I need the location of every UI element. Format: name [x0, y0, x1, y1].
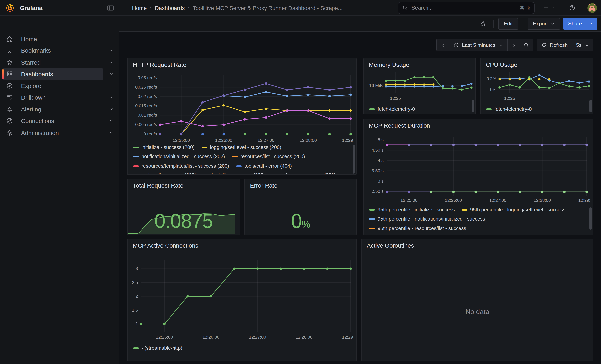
legend-item[interactable]: notifications/initialized - success (202…	[133, 154, 225, 159]
svg-text:0.015 req/s: 0.015 req/s	[135, 103, 157, 108]
legend-item[interactable]: tools/call - error (404)	[236, 163, 292, 169]
panel-title[interactable]: Error Rate	[250, 182, 277, 189]
legend-item[interactable]: fetch-telemetry-0	[369, 107, 415, 112]
sidebar-item-label: Drilldown	[21, 94, 46, 101]
sidebar-item-label: Dashboards	[21, 71, 53, 78]
chevron-down-icon[interactable]	[109, 48, 114, 53]
legend-label: fetch-telemetry-0	[378, 107, 415, 112]
legend-label: tools/call - success (200)	[141, 173, 196, 174]
legend-item[interactable]: 95th percentile - resources/list - succe…	[369, 226, 466, 231]
svg-text:2.5: 2.5	[132, 280, 138, 285]
panel-title[interactable]: CPU Usage	[486, 61, 517, 68]
sidebar-item-starred[interactable]: Starred	[0, 56, 119, 68]
svg-text:12:27:00: 12:27:00	[249, 334, 266, 340]
sidebar-item-dashboards[interactable]: Dashboards	[0, 68, 119, 80]
time-range-picker[interactable]: Last 5 minutes	[449, 39, 507, 51]
refresh-interval-picker[interactable]: 5s	[572, 39, 593, 51]
legend-row: tools/call - success (200)tools/list - s…	[133, 171, 349, 174]
chevron-down-icon[interactable]	[109, 71, 114, 77]
sidebar-item-label: Starred	[21, 59, 40, 66]
legend-scrollbar[interactable]	[352, 145, 355, 174]
edit-button[interactable]: Edit	[499, 18, 518, 30]
legend-item[interactable]: logging/setLevel - success (200)	[202, 145, 281, 150]
star-dashboard-button[interactable]	[478, 18, 489, 29]
legend-scrollbar[interactable]	[472, 100, 474, 112]
refresh-button[interactable]: Refresh	[537, 39, 571, 51]
legend-item[interactable]: tools/list - success (200)	[203, 173, 265, 174]
zoom-out-time-button[interactable]	[519, 39, 533, 51]
legend-item[interactable]: tools/call - success (200)	[133, 173, 196, 174]
sidebar-item-alerting[interactable]: Alerting	[0, 103, 119, 115]
panel-title[interactable]: Memory Usage	[369, 61, 409, 68]
help-button[interactable]	[566, 2, 578, 13]
time-shift-back-button[interactable]	[437, 39, 449, 51]
user-avatar[interactable]	[588, 3, 597, 12]
legend-item[interactable]: - (streamable-http)	[133, 345, 182, 351]
legend-item[interactable]: resources/list - success (200)	[232, 154, 305, 159]
top-bar: Grafana Home › Dashboards › ToolHive MCP…	[0, 0, 601, 16]
mcp-request-duration-chart[interactable]: 5 s4.50 s4 s3.50 s3 s2.50 s12:25:0012:26…	[367, 134, 590, 203]
connections-icon	[6, 118, 13, 125]
panel-http-request-rate: HTTP Request Rate 0 req/s0.005 req/s0.01…	[127, 58, 357, 175]
panel-title[interactable]: MCP Active Connections	[133, 242, 198, 249]
chevron-down-icon[interactable]	[109, 130, 114, 136]
legend-scrollbar[interactable]	[590, 100, 592, 112]
svg-text:12:26:00: 12:26:00	[445, 198, 462, 203]
divider	[581, 4, 581, 11]
legend-label: 95th percentile - notifications/initiali…	[378, 216, 485, 222]
legend-item[interactable]: resources/templates/list - success (200)	[133, 163, 229, 169]
chevron-down-icon[interactable]	[109, 95, 114, 100]
legend-item[interactable]: 95th percentile - logging/setLevel - suc…	[462, 207, 565, 213]
sidebar-item-home[interactable]: Home	[0, 33, 119, 45]
legend-item[interactable]: unknown - success (200)	[272, 173, 336, 174]
chevron-down-icon	[584, 42, 589, 47]
share-menu-button[interactable]	[587, 18, 597, 30]
svg-text:5 s: 5 s	[378, 137, 384, 142]
panel-title[interactable]: HTTP Request Rate	[133, 61, 186, 68]
chevron-down-icon[interactable]	[109, 118, 114, 124]
legend-item[interactable]: 95th percentile - initialize - success	[369, 207, 455, 213]
breadcrumb-dashboards[interactable]: Dashboards	[155, 5, 185, 11]
nav-highlight	[2, 103, 103, 115]
chevron-down-icon[interactable]	[109, 59, 114, 65]
svg-text:1: 1	[136, 321, 138, 326]
legend-item[interactable]: initialize - success (200)	[133, 145, 195, 150]
sidebar-item-label: Explore	[21, 82, 41, 89]
memory-usage-chart[interactable]: 16 MiB12:25	[365, 69, 473, 103]
sidebar-item-bookmarks[interactable]: Bookmarks	[0, 45, 119, 56]
svg-text:12:25:00: 12:25:00	[173, 138, 190, 143]
legend-scrollbar[interactable]	[590, 207, 592, 230]
http-request-rate-chart[interactable]: 0 req/s0.005 req/s0.01 req/s0.015 req/s0…	[131, 72, 353, 143]
share-button[interactable]: Share	[563, 18, 587, 30]
sidebar-toggle-icon[interactable]	[107, 4, 114, 12]
panel-title[interactable]: MCP Request Duration	[369, 122, 430, 129]
sidebar-item-administration[interactable]: Administration	[0, 127, 119, 138]
divider	[493, 20, 494, 28]
refresh-icon	[541, 42, 547, 48]
brand-name: Grafana	[20, 4, 42, 11]
chevron-left-icon	[441, 42, 445, 47]
stat-value: 0%	[245, 209, 356, 232]
legend-item[interactable]: 95th percentile - notifications/initiali…	[369, 216, 485, 222]
cpu-usage-chart[interactable]: 0.2%0%12:25	[482, 69, 591, 103]
sidebar-item-explore[interactable]: Explore	[0, 80, 119, 92]
export-button[interactable]: Export	[528, 18, 560, 30]
svg-text:12:28:00: 12:28:00	[534, 198, 551, 203]
no-data-message: No data	[362, 239, 593, 361]
panel-title[interactable]: Total Request Rate	[133, 182, 183, 189]
breadcrumb-home[interactable]: Home	[132, 5, 147, 11]
legend-item[interactable]: fetch-telemetry-0	[486, 107, 532, 112]
search-box[interactable]: ⌘+k	[398, 2, 535, 14]
legend-row: 95th percentile - resources/list - succe…	[369, 224, 586, 233]
search-input[interactable]	[411, 5, 520, 11]
svg-text:3: 3	[136, 266, 138, 271]
chevron-down-icon[interactable]	[109, 107, 114, 112]
sidebar-item-drilldown[interactable]: Drilldown	[0, 92, 119, 103]
add-new-button[interactable]	[540, 2, 556, 13]
breadcrumb-separator: ›	[150, 5, 152, 10]
legend-swatch	[202, 147, 207, 148]
time-shift-forward-button[interactable]	[507, 39, 519, 51]
mcp-active-connections-chart[interactable]: 11.522.5312:25:0012:26:0012:27:0012:28:0…	[131, 257, 353, 341]
legend-label: unknown - success (200)	[280, 173, 336, 174]
sidebar-item-connections[interactable]: Connections	[0, 115, 119, 127]
